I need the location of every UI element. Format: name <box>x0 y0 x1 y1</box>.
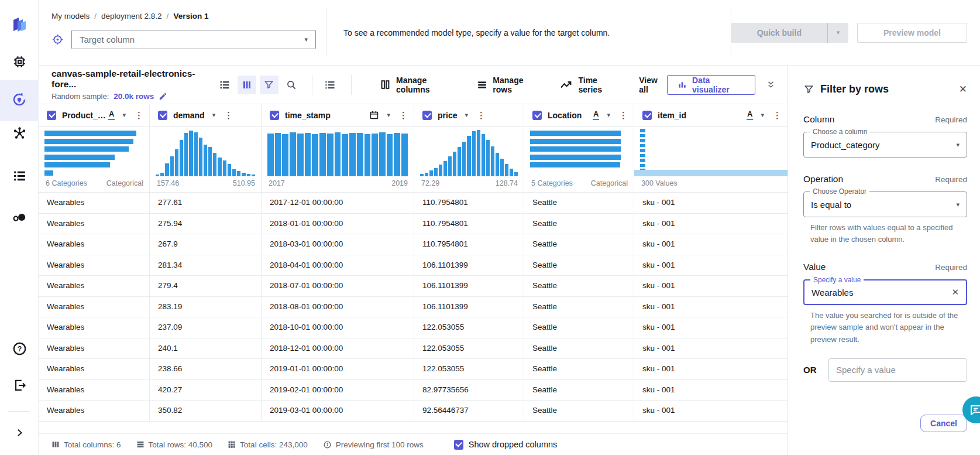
previewing-info: Previewing first 100 rows <box>323 440 424 449</box>
panel-title: Filter by rows <box>820 83 889 95</box>
value-input[interactable] <box>811 288 951 297</box>
histogram-bar <box>189 131 192 176</box>
calendar-icon[interactable] <box>369 110 379 120</box>
expand-sidebar-icon[interactable] <box>0 427 39 438</box>
manage-rows-button[interactable]: Manage rows <box>477 76 540 94</box>
dataset-name: canvas-sample-retail-electronics-fore... <box>51 69 215 90</box>
histogram-bar <box>500 159 504 176</box>
manage-columns-button[interactable]: Manage columns <box>380 76 457 94</box>
chevron-down-icon[interactable]: ▾ <box>761 111 764 119</box>
histogram[interactable] <box>150 126 261 176</box>
histogram-bar <box>184 133 188 176</box>
histogram[interactable] <box>414 126 524 176</box>
column-header: demand ▾ ⋮ <box>150 104 262 126</box>
chevron-double-down-icon[interactable] <box>766 80 776 90</box>
operator-select[interactable]: Choose Operator Is equal to ▾ <box>803 191 967 217</box>
kebab-menu-icon[interactable]: ⋮ <box>224 110 233 121</box>
table-cell: Wearables <box>39 276 150 296</box>
table-row: Wearables350.822019-03-01 00:00:0092.564… <box>39 401 788 422</box>
recommendation-message: To see a recommended model type, specify… <box>327 0 731 65</box>
manage-columns-label: Manage columns <box>396 76 457 94</box>
histogram-stat-right: 510.95 <box>233 179 255 193</box>
columns-icon <box>51 440 60 449</box>
column-view-button[interactable] <box>238 76 256 94</box>
list-icon[interactable] <box>0 169 39 183</box>
histogram[interactable] <box>262 126 414 176</box>
text-type-icon[interactable]: A <box>747 110 753 119</box>
datasets-icon[interactable] <box>0 210 39 225</box>
canvas-logo[interactable] <box>0 15 39 33</box>
clear-value-icon[interactable]: ✕ <box>951 287 959 297</box>
column-checkbox[interactable] <box>270 111 279 120</box>
time-series-label: Time series <box>578 76 619 94</box>
column-checkbox[interactable] <box>47 111 56 120</box>
view-all-button[interactable]: View all <box>639 76 667 94</box>
column-select[interactable]: Choose a column Product_category ▾ <box>803 132 967 158</box>
quick-build-button[interactable]: Quick build <box>731 23 827 43</box>
table-cell: Seattle <box>524 214 634 234</box>
column-name: price <box>438 111 457 120</box>
table-cell: Seattle <box>524 193 634 213</box>
histogram[interactable] <box>524 126 634 176</box>
logout-icon[interactable] <box>0 378 39 393</box>
column-name: demand <box>173 111 205 120</box>
chevron-down-icon[interactable]: ▾ <box>387 111 390 119</box>
sample-size-link[interactable]: 20.0k rows <box>114 92 154 101</box>
histogram-bar <box>429 170 433 176</box>
histogram-bar <box>194 132 198 176</box>
histogram-bar <box>439 165 442 176</box>
data-visualizer-button[interactable]: Data visualizer <box>667 75 755 95</box>
histogram-cell: 300 Values <box>634 126 788 193</box>
show-dropped-checkbox[interactable] <box>454 440 463 450</box>
preview-model-button[interactable]: Preview model <box>857 23 967 43</box>
chevron-down-icon[interactable]: ▾ <box>122 111 126 119</box>
app-sidebar: ? <box>0 0 39 455</box>
histogram-bar <box>180 140 183 176</box>
filter-button[interactable] <box>260 76 278 94</box>
chevron-down-icon[interactable]: ▾ <box>465 111 468 119</box>
table-cell: 420.27 <box>150 380 262 401</box>
histogram-row: 6 Categories Categorical 157.46 510.95 2… <box>39 126 788 193</box>
table-cell: Wearables <box>39 297 150 317</box>
target-column-select[interactable]: Target column ▾ <box>71 30 316 49</box>
time-series-button[interactable]: Time series <box>560 76 619 94</box>
quick-build-dropdown-icon[interactable]: ▾ <box>827 23 848 43</box>
breadcrumb-deployment[interactable]: deployment 2.8.2 <box>101 12 162 20</box>
histogram[interactable] <box>39 126 149 176</box>
breadcrumb-my-models[interactable]: My models <box>51 12 90 20</box>
column-checkbox[interactable] <box>158 111 167 120</box>
automations-icon[interactable] <box>0 126 39 141</box>
value-helper-text: The value you searched for is outside of… <box>803 310 967 345</box>
kebab-menu-icon[interactable]: ⋮ <box>399 110 408 121</box>
table-cell: Seattle <box>524 359 634 379</box>
text-type-icon[interactable]: A <box>108 110 115 119</box>
histogram-bar <box>335 132 341 176</box>
column-name: item_id <box>658 111 686 120</box>
or-value-input[interactable] <box>828 358 967 382</box>
column-checkbox[interactable] <box>422 111 432 120</box>
help-icon[interactable]: ? <box>0 341 39 357</box>
table-row: Wearables238.662019-01-01 00:00:00122.05… <box>39 359 788 380</box>
histogram-bar <box>297 134 304 176</box>
close-icon[interactable]: ✕ <box>959 84 967 94</box>
compute-chip-icon[interactable] <box>0 54 39 69</box>
kebab-menu-icon[interactable]: ⋮ <box>773 110 782 121</box>
table-cell: 2018-10-01 00:00:00 <box>262 317 414 338</box>
column-checkbox[interactable] <box>642 111 652 120</box>
edit-pencil-icon[interactable] <box>159 92 167 101</box>
models-icon[interactable] <box>0 91 39 108</box>
histogram-baseline-strip <box>634 170 788 176</box>
kebab-menu-icon[interactable]: ⋮ <box>619 110 628 121</box>
histogram-bar <box>327 134 333 176</box>
chevron-down-icon[interactable]: ▾ <box>212 111 216 119</box>
list-view-button[interactable] <box>215 76 234 94</box>
kebab-menu-icon[interactable]: ⋮ <box>135 110 143 121</box>
text-type-icon[interactable]: A <box>593 110 599 119</box>
chevron-down-icon[interactable]: ▾ <box>607 111 610 119</box>
cancel-button[interactable]: Cancel <box>920 415 967 432</box>
kebab-menu-icon[interactable]: ⋮ <box>477 110 486 121</box>
histogram[interactable] <box>634 126 788 176</box>
column-checkbox[interactable] <box>532 111 542 120</box>
search-icon[interactable] <box>282 76 301 94</box>
numbered-list-button[interactable] <box>321 76 339 94</box>
